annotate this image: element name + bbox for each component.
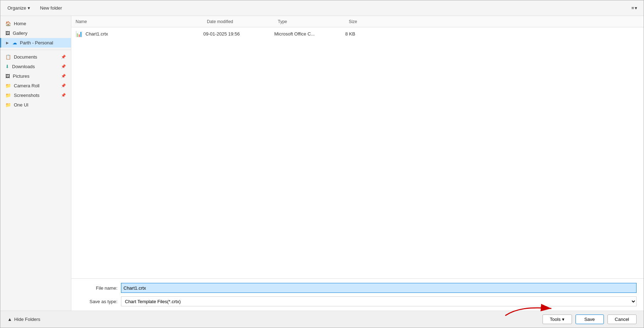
save-dialog: Organize ▾ New folder ≡ ▾ 🏠 Home 🖼 Galle… [0, 0, 644, 328]
sidebar-item-pictures[interactable]: 🖼 Pictures 📌 [0, 71, 71, 81]
sidebar-item-label: Home [14, 21, 26, 26]
sidebar-item-label: Screenshots [14, 93, 39, 98]
file-name: Chart1.crtx [86, 31, 108, 37]
save-as-type-select[interactable]: Chart Template Files(*.crtx) [121, 296, 637, 306]
new-folder-label: New folder [40, 5, 62, 11]
sidebar-item-label: Documents [14, 54, 37, 60]
sidebar-item-camera-roll[interactable]: 📁 Camera Roll 📌 [0, 81, 71, 91]
bottom-form: File name: Save as type: Chart Template … [71, 278, 644, 311]
save-as-type-row: Save as type: Chart Template Files(*.crt… [78, 296, 637, 306]
pin-icon: 📌 [61, 74, 66, 78]
pin-icon: 📌 [61, 55, 66, 59]
file-cell-date: 09-01-2025 19:56 [203, 31, 274, 37]
tools-button[interactable]: Tools ▾ [543, 315, 572, 324]
file-area: Name Date modified Type Size 📊 Chart1.cr… [71, 16, 644, 311]
sidebar-item-label: Gallery [13, 31, 27, 36]
cancel-label: Cancel [615, 317, 629, 322]
organize-label: Organize [7, 5, 26, 11]
sidebar-item-screenshots[interactable]: 📁 Screenshots 📌 [0, 91, 71, 100]
cloud-icon: ☁ [12, 40, 17, 45]
home-icon: 🏠 [5, 21, 11, 26]
sidebar-divider [0, 50, 71, 50]
gallery-icon: 🖼 [5, 31, 10, 36]
table-row[interactable]: 📊 Chart1.crtx 09-01-2025 19:56 Microsoft… [71, 27, 644, 40]
sidebar-item-label: Parth - Personal [20, 40, 53, 45]
tools-label: Tools [550, 317, 561, 322]
file-cell-type: Microsoft Office C... [274, 31, 345, 37]
screenshots-icon: 📁 [5, 93, 11, 98]
footer-right: Tools ▾ Save Cancel [543, 315, 637, 324]
sidebar-item-downloads[interactable]: ⬇ Downloads 📌 [0, 62, 71, 71]
save-button[interactable]: Save [576, 315, 604, 324]
pin-icon: 📌 [61, 64, 66, 69]
sidebar-item-parth-personal[interactable]: ▶ ☁ Parth - Personal [0, 38, 71, 48]
sidebar-item-label: Downloads [12, 64, 35, 69]
download-icon: ⬇ [5, 64, 9, 69]
cancel-button[interactable]: Cancel [607, 315, 637, 324]
organize-chevron: ▾ [28, 5, 30, 11]
footer: ▲ Hide Folders Tools ▾ Save Cance [0, 311, 644, 328]
file-list: 📊 Chart1.crtx 09-01-2025 19:56 Microsoft… [71, 27, 644, 278]
file-name-input[interactable] [121, 283, 637, 293]
file-name-row: File name: [78, 283, 637, 293]
sidebar-item-home[interactable]: 🏠 Home [0, 19, 71, 28]
sidebar: 🏠 Home 🖼 Gallery ▶ ☁ Parth - Personal 📋 … [0, 16, 71, 311]
camera-roll-icon: 📁 [5, 83, 11, 88]
documents-icon: 📋 [5, 54, 11, 60]
sidebar-item-one-ui[interactable]: 📁 One UI [0, 100, 71, 110]
one-ui-icon: 📁 [5, 102, 11, 108]
save-label: Save [584, 317, 595, 322]
sidebar-item-documents[interactable]: 📋 Documents 📌 [0, 52, 71, 62]
expand-icon: ▶ [6, 41, 9, 45]
file-name-label: File name: [78, 285, 117, 291]
col-header-size[interactable]: Size [349, 19, 391, 24]
save-as-type-label: Save as type: [78, 299, 117, 304]
main-area: 🏠 Home 🖼 Gallery ▶ ☁ Parth - Personal 📋 … [0, 16, 644, 311]
sidebar-item-label: Pictures [13, 73, 29, 79]
sidebar-item-label: Camera Roll [14, 83, 39, 88]
view-dropdown-icon: ▾ [635, 5, 637, 11]
chevron-up-icon: ▲ [7, 317, 12, 322]
hide-folders-button[interactable]: ▲ Hide Folders [7, 317, 40, 322]
pin-icon: 📌 [61, 93, 66, 98]
file-cell-name: 📊 Chart1.crtx [76, 31, 203, 37]
new-folder-button[interactable]: New folder [37, 4, 65, 12]
toolbar: Organize ▾ New folder ≡ ▾ [0, 0, 644, 16]
col-header-date[interactable]: Date modified [207, 19, 278, 24]
view-icon: ≡ [631, 5, 634, 11]
sidebar-item-gallery[interactable]: 🖼 Gallery [0, 28, 71, 38]
pin-icon: 📌 [61, 83, 66, 88]
tools-chevron: ▾ [562, 317, 565, 322]
view-button[interactable]: ≡ ▾ [629, 4, 639, 12]
sidebar-item-label: One UI [14, 102, 28, 108]
col-header-type[interactable]: Type [278, 19, 349, 24]
hide-folders-label: Hide Folders [14, 317, 40, 322]
file-icon: 📊 [76, 31, 83, 37]
col-header-name[interactable]: Name [76, 19, 207, 24]
column-header: Name Date modified Type Size [71, 16, 644, 27]
organize-button[interactable]: Organize ▾ [5, 4, 33, 12]
file-cell-size: 8 KB [345, 31, 388, 37]
pictures-icon: 🖼 [5, 73, 10, 79]
